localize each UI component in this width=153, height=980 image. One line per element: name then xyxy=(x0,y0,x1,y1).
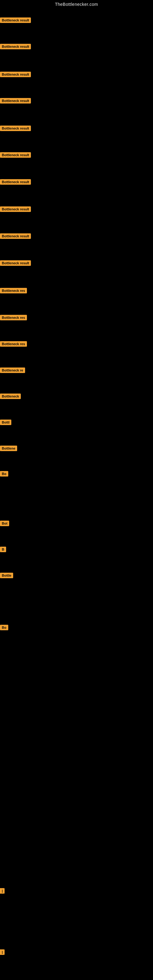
bottleneck-badge-14: Bottleneck xyxy=(0,393,21,400)
badge-label-15: Bottl xyxy=(0,420,11,425)
bottleneck-badge-3: Bottleneck result xyxy=(0,98,31,105)
badge-label-3: Bottleneck result xyxy=(0,98,31,103)
badge-label-16: Bottlene xyxy=(0,445,17,451)
bottleneck-badge-15: Bottl xyxy=(0,420,11,426)
bottleneck-badge-13: Bottleneck re xyxy=(0,368,25,374)
bottleneck-badge-8: Bottleneck result xyxy=(0,233,31,240)
line-indicator-1 xyxy=(0,950,1,955)
badge-label-7: Bottleneck result xyxy=(0,207,31,212)
bottleneck-badge-18: Bot xyxy=(0,520,9,527)
badge-label-0: Bottleneck result xyxy=(0,18,31,23)
badge-label-1: Bottleneck result xyxy=(0,44,31,49)
bottleneck-badge-7: Bottleneck result xyxy=(0,207,31,213)
bottleneck-badge-17: Bo xyxy=(0,471,8,478)
badge-label-4: Bottleneck result xyxy=(0,126,31,131)
bottleneck-badge-2: Bottleneck result xyxy=(0,72,31,78)
bottleneck-badge-5: Bottleneck result xyxy=(0,152,31,159)
badge-label-8: Bottleneck result xyxy=(0,233,31,239)
badge-label-20: Bottle xyxy=(0,573,13,578)
badge-label-10: Bottleneck res xyxy=(0,288,27,293)
bottleneck-badge-9: Bottleneck result xyxy=(0,260,31,267)
badge-label-19: B xyxy=(0,547,6,552)
badge-label-9: Bottleneck result xyxy=(0,260,31,266)
bottleneck-badge-1: Bottleneck result xyxy=(0,44,31,51)
bottleneck-badge-12: Bottleneck res xyxy=(0,341,27,348)
bottleneck-badge-0: Bottleneck result xyxy=(0,18,31,24)
badge-label-11: Bottleneck res xyxy=(0,315,27,320)
bottleneck-badge-4: Bottleneck result xyxy=(0,126,31,132)
badge-label-21: Bo xyxy=(0,625,8,630)
badge-label-5: Bottleneck result xyxy=(0,152,31,158)
badge-label-13: Bottleneck re xyxy=(0,368,25,373)
site-title: TheBottlenecker.com xyxy=(0,0,153,8)
badge-label-12: Bottleneck res xyxy=(0,341,27,347)
bottleneck-badge-6: Bottleneck result xyxy=(0,179,31,186)
bottleneck-badge-16: Bottlene xyxy=(0,445,17,452)
bottleneck-badge-20: Bottle xyxy=(0,573,13,579)
badge-label-17: Bo xyxy=(0,471,8,477)
bottleneck-badge-11: Bottleneck res xyxy=(0,315,27,321)
line-indicator-0 xyxy=(0,888,1,894)
badge-label-6: Bottleneck result xyxy=(0,179,31,185)
badge-label-2: Bottleneck result xyxy=(0,72,31,77)
bottleneck-badge-10: Bottleneck res xyxy=(0,288,27,294)
bottleneck-badge-19: B xyxy=(0,547,6,554)
badge-label-18: Bot xyxy=(0,520,9,526)
badge-label-14: Bottleneck xyxy=(0,393,21,399)
bottleneck-badge-21: Bo xyxy=(0,625,8,632)
